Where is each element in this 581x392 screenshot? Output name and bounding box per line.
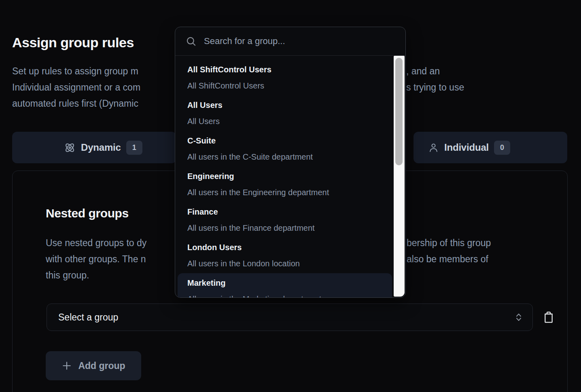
description-fragment: Use nested groups to dy (46, 238, 146, 248)
group-select[interactable]: Select a group (47, 303, 533, 331)
group-option[interactable]: Engineering All users in the Engineering… (178, 166, 392, 202)
description-fragment: also be members of (407, 253, 488, 266)
group-search-dropdown: All ShiftControl Users All ShiftControl … (175, 27, 406, 298)
description-fragment: s trying to use (406, 81, 464, 94)
tab-dynamic-label: Dynamic (81, 142, 121, 153)
group-option-description: All users in the London location (187, 258, 386, 269)
tab-dynamic[interactable]: Dynamic 1 (12, 132, 176, 163)
group-option[interactable]: Finance All users in the Finance departm… (178, 202, 392, 238)
atom-icon (64, 142, 76, 154)
delete-group-row-button[interactable] (541, 308, 557, 326)
description-fragment: bership of this group (407, 236, 491, 249)
search-icon (186, 36, 197, 47)
group-option[interactable]: C-Suite All users in the C-Suite departm… (178, 131, 392, 166)
group-option-description: All users in the Marketing department (187, 293, 386, 298)
group-option-name: Finance (187, 206, 386, 217)
group-option-description: All users in the Finance department (187, 222, 386, 234)
group-option[interactable]: All ShiftControl Users All ShiftControl … (178, 60, 392, 95)
group-option-name: All Users (187, 99, 386, 111)
tab-individual-count-badge: 0 (494, 141, 510, 155)
group-option-name: Engineering (187, 171, 386, 182)
group-option[interactable]: Marketing All users in the Marketing dep… (178, 273, 392, 298)
chevron-up-down-icon (514, 312, 524, 322)
trash-icon (542, 310, 555, 325)
add-group-button[interactable]: Add group (46, 351, 141, 380)
group-search-input[interactable] (204, 36, 395, 46)
plus-icon (61, 360, 72, 371)
description-fragment: , and an (406, 65, 440, 78)
tab-dynamic-count-badge: 1 (126, 141, 142, 155)
add-group-button-label: Add group (78, 360, 125, 371)
group-select-value: Select a group (58, 312, 514, 323)
description-fragment: this group. (46, 270, 89, 280)
description-fragment: Set up rules to assign group m (12, 66, 138, 76)
group-option-name: C-Suite (187, 135, 386, 146)
tab-individual-label: Individual (444, 142, 489, 153)
group-option-description: All Users (187, 116, 386, 127)
person-icon (428, 142, 439, 153)
description-fragment: with other groups. The n (46, 254, 146, 264)
tab-individual[interactable]: Individual 0 (413, 132, 567, 163)
group-option[interactable]: All Users All Users (178, 95, 392, 131)
nested-groups-title: Nested groups (46, 207, 129, 220)
description-fragment: automated rules first (Dynamic (12, 98, 138, 109)
group-option[interactable]: London Users All users in the London loc… (178, 238, 392, 273)
dropdown-scrollbar[interactable] (394, 56, 405, 297)
group-option-description: All ShiftControl Users (187, 80, 386, 91)
dropdown-scrollbar-thumb[interactable] (395, 58, 403, 165)
group-option-name: All ShiftControl Users (187, 64, 386, 75)
group-option-list: All ShiftControl Users All ShiftControl … (175, 56, 405, 298)
page-title: Assign group rules (12, 35, 134, 51)
group-option-description: All users in the C-Suite department (187, 151, 386, 162)
description-fragment: Individual assignment or a com (12, 82, 140, 93)
group-option-name: London Users (187, 242, 386, 253)
group-option-description: All users in the Engineering department (187, 187, 386, 198)
group-option-name: Marketing (187, 277, 386, 289)
